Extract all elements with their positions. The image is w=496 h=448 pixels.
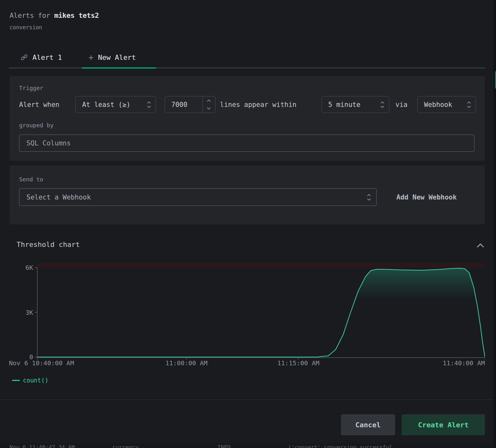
chevron-up-icon xyxy=(476,243,485,248)
threshold-chart-title: Threshold chart xyxy=(17,241,80,248)
plus-icon: + xyxy=(89,54,94,60)
background-log-row: Nov 6 11:40:47.34 AM currency INFO ('con… xyxy=(0,443,496,448)
stepper-down-button[interactable] xyxy=(203,105,215,113)
stepper-up-button[interactable] xyxy=(203,96,215,105)
threshold-number-field xyxy=(165,96,216,113)
collapse-chart-button[interactable] xyxy=(475,241,486,250)
channel-value: Webhook xyxy=(424,101,452,108)
webhook-select[interactable]: Select a Webhook xyxy=(19,188,377,206)
tab-alert-1[interactable]: Alert 1 xyxy=(20,51,62,64)
svg-text:11:00:00 AM: 11:00:00 AM xyxy=(165,359,207,367)
chevron-updown-icon xyxy=(467,101,471,109)
tab-alert-1-label: Alert 1 xyxy=(32,53,62,61)
chart-legend: count() xyxy=(12,377,48,384)
alert-when-text: Alert when xyxy=(19,101,59,108)
footer-divider xyxy=(0,400,496,400)
chevron-updown-icon xyxy=(367,193,371,201)
channel-select[interactable]: Webhook xyxy=(417,96,476,113)
svg-text:6K: 6K xyxy=(25,264,33,271)
chevron-down-icon xyxy=(207,107,211,110)
tab-new-alert-label: New Alert xyxy=(98,53,136,61)
trigger-label: Trigger xyxy=(19,85,43,91)
threshold-chart: 6K3K0Nov 6 10:40:00 AM11:00:00 AM11:15:0… xyxy=(9,263,485,369)
source-name: mikes tets2 xyxy=(54,11,99,19)
comparator-select[interactable]: At least (≥) xyxy=(75,96,156,113)
tab-track xyxy=(9,67,485,68)
legend-series-label: count() xyxy=(23,377,48,384)
svg-text:11:40:00 AM: 11:40:00 AM xyxy=(443,359,485,367)
svg-text:3K: 3K xyxy=(25,309,33,316)
log-service: currency xyxy=(112,444,138,448)
svg-text:Nov 6 10:40:00 AM: Nov 6 10:40:00 AM xyxy=(9,359,74,367)
tab-new-alert[interactable]: + New Alert xyxy=(89,51,136,64)
alert-dialog: Alerts for mikes tets2 conversion Alert … xyxy=(0,0,496,448)
grouped-by-label: grouped by xyxy=(19,122,53,129)
webhook-select-placeholder: Select a Webhook xyxy=(26,193,91,201)
chevron-updown-icon xyxy=(147,101,151,109)
add-new-webhook-button[interactable]: Add New Webhook xyxy=(387,188,466,206)
threshold-stepper xyxy=(202,96,215,113)
page-subtitle: conversion xyxy=(10,24,42,31)
lines-appear-text: lines appear within xyxy=(220,101,296,108)
right-edge-gutter xyxy=(493,0,496,448)
log-message: ('convert' conversion successful xyxy=(288,444,393,448)
chevron-up-icon xyxy=(207,99,211,102)
comparator-value: At least (≥) xyxy=(82,101,131,108)
cancel-button[interactable]: Cancel xyxy=(341,414,395,435)
page-title: Alerts for mikes tets2 xyxy=(10,11,99,19)
svg-text:11:15:00 AM: 11:15:00 AM xyxy=(277,359,319,367)
tab-active-indicator xyxy=(82,67,156,68)
via-text: via xyxy=(395,101,407,108)
log-level: INFO xyxy=(217,444,230,448)
send-to-label: Send to xyxy=(19,176,43,183)
trigger-panel: Trigger Alert when At least (≥) lines ap… xyxy=(10,76,485,161)
alert-tabs: Alert 1 + New Alert xyxy=(0,48,496,67)
log-timestamp: Nov 6 11:40:47.34 AM xyxy=(10,444,75,448)
window-select[interactable]: 5 minute xyxy=(322,96,389,113)
threshold-input[interactable] xyxy=(165,96,202,113)
send-to-panel: Send to Select a Webhook Add New Webhook xyxy=(10,165,485,224)
window-value: 5 minute xyxy=(328,101,360,108)
legend-line-swatch xyxy=(12,380,20,381)
link-icon xyxy=(20,53,28,61)
create-alert-button[interactable]: Create Alert xyxy=(402,414,485,435)
chevron-updown-icon xyxy=(380,101,385,109)
group-by-input[interactable] xyxy=(19,135,474,152)
